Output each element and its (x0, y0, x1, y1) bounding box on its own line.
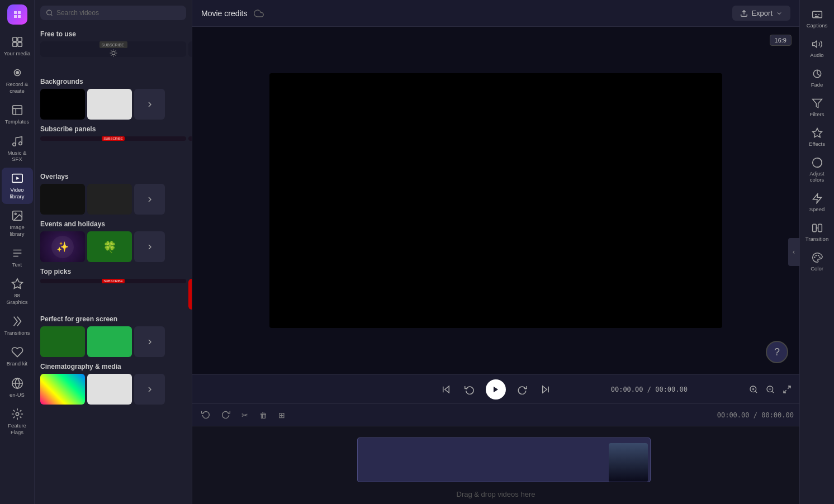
free-thumb-1[interactable]: SUBSCRIBE (40, 41, 186, 57)
svg-rect-6 (12, 106, 22, 115)
zoom-out-button[interactable] (764, 383, 777, 396)
search-input[interactable] (56, 9, 181, 17)
right-tool-adjust-colors[interactable]: Adjust colors (802, 153, 833, 187)
sidebar-item-video-library[interactable]: Video library (2, 168, 33, 204)
green-thumb-2[interactable] (87, 326, 132, 357)
more-button[interactable]: ⊞ (275, 408, 288, 422)
section-title-backgrounds: Backgrounds (40, 78, 186, 85)
svg-rect-42 (812, 224, 816, 231)
timeline-clip-thumbnail (609, 443, 648, 482)
timeline-time: 00:00.00 / 00:00.00 (717, 411, 794, 419)
sidebar-item-graphics[interactable]: 88 Graphics (2, 273, 33, 310)
left-sidebar: Your media Record & create Templates Mus… (0, 0, 35, 504)
right-tool-captions[interactable]: Captions (802, 4, 833, 33)
sidebar-item-brand-kit[interactable]: Brand kit (2, 341, 33, 371)
free-thumb-2[interactable]: SUBSCRIBE (188, 41, 192, 57)
panel-scroll[interactable]: Free to use SUBSCRIBE SUBSCRIBE See more… (35, 25, 192, 504)
backgrounds-nav-arrow[interactable] (134, 89, 165, 120)
fit-to-screen-button[interactable] (780, 383, 794, 396)
right-tool-label-filters: Filters (810, 111, 824, 117)
cut-button[interactable]: ✂ (238, 408, 252, 422)
green-screen-nav-arrow[interactable] (134, 326, 165, 357)
sidebar-item-lang[interactable]: en-US (2, 373, 33, 402)
sidebar-item-label-video-library: Video library (4, 187, 31, 199)
right-tool-label-color: Color (811, 265, 823, 272)
timeline-area[interactable]: Drag & drop videos here (192, 426, 799, 504)
right-tool-filters[interactable]: Filters (802, 93, 833, 122)
play-button[interactable] (486, 379, 506, 400)
cine-thumb-1[interactable] (40, 374, 85, 405)
rewind-button[interactable] (462, 382, 477, 397)
skip-to-start-button[interactable] (439, 382, 453, 397)
right-tool-fade[interactable]: Fade (802, 64, 833, 92)
sidebar-item-label-text: Text (12, 261, 22, 268)
app-logo (7, 4, 27, 25)
right-tool-color[interactable]: Color (802, 248, 833, 276)
event-thumb-1[interactable]: ✨ (40, 231, 85, 262)
right-tool-transition[interactable]: Transition (802, 218, 833, 246)
fast-forward-button[interactable] (515, 382, 529, 397)
timeline-clip[interactable] (357, 438, 651, 482)
sub-panel-thumb-2[interactable]: SUBSCRIBE (188, 136, 192, 141)
right-tool-label-transition: Transition (805, 236, 828, 242)
sidebar-item-label-record: Record & create (4, 81, 31, 94)
aspect-ratio-badge: 16:9 (770, 35, 792, 46)
green-screen-row (40, 326, 186, 357)
section-title-cinematography: Cinematography & media (40, 363, 186, 370)
overlay-thumb-2[interactable] (87, 184, 132, 215)
export-label: Export (751, 9, 773, 17)
playback-controls: 00:00.00 / 00:00.00 (192, 374, 799, 403)
svg-line-33 (772, 391, 774, 393)
svg-point-5 (16, 72, 18, 74)
preview-canvas (269, 73, 722, 328)
redo-button[interactable] (218, 407, 234, 422)
svg-rect-0 (12, 37, 16, 41)
right-tool-speed[interactable]: Speed (802, 188, 833, 217)
overlays-nav-arrow[interactable] (134, 184, 165, 215)
sub-panel-thumb-1[interactable]: SUBSCRIBE (40, 136, 186, 141)
cinematography-nav-arrow[interactable] (134, 374, 165, 405)
svg-rect-2 (12, 42, 16, 46)
top-pick-thumb-1[interactable]: SUBSCRIBE (40, 279, 186, 283)
sidebar-item-record[interactable]: Record & create (2, 62, 33, 98)
right-tool-label-captions: Captions (807, 22, 828, 28)
cine-thumb-2[interactable] (87, 374, 132, 405)
sidebar-item-text[interactable]: Text (2, 243, 33, 272)
sidebar-item-feature-flags[interactable]: Feature Flags (2, 403, 33, 440)
help-button[interactable]: ? (766, 341, 788, 363)
overlay-thumb-1[interactable] (40, 184, 85, 215)
svg-point-45 (815, 255, 817, 256)
sidebar-item-label-transitions: Transitions (4, 330, 30, 336)
skip-to-end-button[interactable] (538, 382, 553, 397)
svg-point-46 (817, 255, 819, 256)
event-thumb-2[interactable]: 🍀 (87, 231, 132, 262)
top-pick-thumb-2[interactable]: SUBSCRIBE (188, 279, 192, 310)
right-tool-effects[interactable]: Effects (802, 123, 833, 151)
right-tool-audio[interactable]: Audio (802, 34, 833, 63)
bg-thumb-2[interactable] (87, 89, 132, 120)
bg-thumb-1[interactable] (40, 89, 85, 120)
svg-rect-1 (17, 37, 21, 41)
events-holidays-row: ✨ 🍀 (40, 231, 186, 262)
export-button[interactable]: Export (732, 6, 790, 21)
sidebar-item-transitions[interactable]: Transitions (2, 311, 33, 340)
zoom-in-button[interactable] (747, 383, 760, 396)
sidebar-item-music[interactable]: Music & SFX (2, 131, 33, 167)
sidebar-item-image-library[interactable]: Image library (2, 205, 33, 241)
sidebar-item-templates[interactable]: Templates (2, 99, 33, 129)
search-bar[interactable] (40, 6, 186, 20)
sidebar-item-label-image-library: Image library (4, 224, 31, 237)
green-thumb-1[interactable] (40, 326, 85, 357)
project-title: Movie credits (201, 9, 247, 18)
right-tool-label-effects: Effects (809, 141, 825, 147)
overlays-row (40, 184, 186, 215)
backgrounds-row (40, 89, 186, 120)
sidebar-item-your-media[interactable]: Your media (2, 31, 33, 61)
right-sidebar-collapse-button[interactable]: ‹ (788, 238, 799, 266)
events-nav-arrow[interactable] (134, 231, 165, 262)
delete-button[interactable]: 🗑 (256, 408, 271, 422)
svg-marker-12 (16, 177, 20, 180)
undo-button[interactable] (198, 407, 214, 422)
sidebar-item-label-lang: en-US (10, 392, 25, 398)
section-title-events-holidays: Events and holidays (40, 220, 186, 228)
